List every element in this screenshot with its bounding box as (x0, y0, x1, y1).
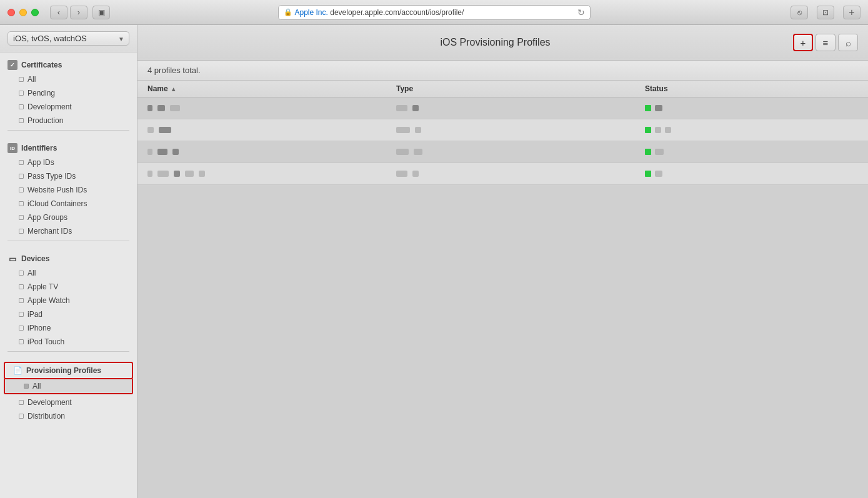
item-dot (19, 229, 24, 234)
sidebar-item-label: All (27, 75, 36, 84)
sidebar-item-label: Apple TV (27, 282, 58, 291)
section-identifiers: ID Identifiers App IDs Pass Type IDs Web… (0, 136, 137, 246)
col-header-name[interactable]: Name ▲ (147, 84, 396, 93)
item-dot (19, 271, 24, 276)
sidebar-item-apple-tv[interactable]: Apple TV (0, 280, 137, 294)
provisioning-profiles-label: Provisioning Profiles (26, 366, 101, 375)
status-text-block (665, 127, 671, 133)
nav-buttons: ‹ › (50, 6, 87, 19)
provisioning-profiles-icon: 📄 (12, 366, 22, 376)
platform-select-wrapper: iOS, tvOS, watchOS macOS tvOS ▼ (7, 31, 129, 46)
sidebar-item-label: App IDs (27, 158, 54, 167)
sidebar-item-website-push-ids[interactable]: Website Push IDs (0, 183, 137, 197)
sidebar-item-label: iPad (27, 310, 42, 319)
table-row[interactable] (137, 97, 868, 119)
item-dot (19, 298, 24, 303)
section-certificates: ✓ Certificates All Pending Development P… (0, 52, 137, 136)
sidebar-item-profiles-development[interactable]: Development (0, 396, 137, 409)
close-button[interactable] (7, 9, 15, 16)
url-bar[interactable]: 🔒 Apple Inc. developer.apple.com/account… (278, 5, 591, 20)
item-dot (19, 187, 24, 192)
certificates-label: Certificates (21, 61, 62, 69)
row-type (396, 168, 645, 179)
col-status-label: Status (645, 84, 668, 93)
col-header-status[interactable]: Status (645, 84, 858, 93)
name-block (199, 171, 205, 177)
sidebar-item-pass-type-ids[interactable]: Pass Type IDs (0, 169, 137, 183)
row-type (396, 124, 645, 136)
table-row[interactable] (137, 141, 868, 163)
row-name (147, 149, 396, 155)
name-block (147, 171, 152, 177)
sidebar-item-certs-development[interactable]: Development (0, 100, 137, 114)
sidebar-item-certs-all[interactable]: All (0, 72, 137, 86)
sidebar-item-certs-production[interactable]: Production (0, 114, 137, 127)
sidebar-item-devices-all[interactable]: All (0, 266, 137, 280)
titlebar-right: ⎋ ⊡ + (786, 6, 861, 19)
window-mode-button[interactable]: ▣ (92, 6, 110, 19)
sidebar: iOS, tvOS, watchOS macOS tvOS ▼ ✓ Certif… (0, 25, 137, 498)
type-block (396, 105, 407, 111)
item-dot (19, 77, 24, 82)
sidebar-item-merchant-ids[interactable]: Merchant IDs (0, 224, 137, 238)
back-button[interactable]: ‹ (50, 6, 67, 19)
platform-selector: iOS, tvOS, watchOS macOS tvOS ▼ (0, 25, 137, 52)
header-actions: + ≡ ⌕ (793, 34, 858, 51)
row-name (147, 171, 396, 177)
item-dot (19, 215, 24, 220)
main-area: iOS, tvOS, watchOS macOS tvOS ▼ ✓ Certif… (0, 25, 868, 498)
sidebar-item-app-groups[interactable]: App Groups (0, 211, 137, 224)
section-devices: ▭ Devices All Apple TV Apple Watch iPad (0, 246, 137, 357)
item-dot (19, 91, 24, 96)
status-text-block (655, 149, 664, 155)
sidebar-item-ipad[interactable]: iPad (0, 307, 137, 321)
edit-button[interactable]: ≡ (816, 34, 836, 51)
forward-button[interactable]: › (70, 6, 87, 19)
name-block (147, 127, 154, 133)
sidebar-item-iphone[interactable]: iPhone (0, 321, 137, 335)
add-profile-button[interactable]: + (793, 34, 813, 51)
search-button[interactable]: ⌕ (838, 34, 858, 51)
item-dot (19, 326, 24, 331)
minimize-button[interactable] (19, 9, 27, 16)
traffic-lights (7, 9, 39, 16)
maximize-button[interactable] (31, 9, 39, 16)
share-button[interactable]: ⎋ (791, 6, 808, 19)
sidebar-item-profiles-distribution[interactable]: Distribution (0, 409, 137, 423)
provisioning-profiles-header: 📄 Provisioning Profiles (4, 362, 133, 379)
url-text: Apple Inc. developer.apple.com/account/i… (295, 8, 464, 17)
devices-header: ▭ Devices (0, 251, 137, 266)
row-type (396, 102, 645, 114)
table-row[interactable] (137, 119, 868, 141)
sidebar-item-apple-watch[interactable]: Apple Watch (0, 294, 137, 307)
row-status (645, 149, 858, 155)
col-header-type[interactable]: Type (396, 84, 645, 93)
platform-select[interactable]: iOS, tvOS, watchOS macOS tvOS (7, 31, 129, 46)
status-indicator (645, 127, 651, 133)
new-tab-button[interactable]: + (843, 6, 861, 19)
status-indicator (645, 105, 651, 111)
divider (7, 351, 129, 352)
sidebar-item-label: Development (27, 102, 72, 111)
sidebar-item-profiles-all[interactable]: All (4, 379, 133, 394)
sidebar-item-icloud-containers[interactable]: iCloud Containers (0, 197, 137, 211)
item-dot (19, 118, 24, 123)
item-dot (19, 104, 24, 109)
sidebar-item-label: iCloud Containers (27, 199, 87, 208)
sidebar-item-label: iPhone (27, 324, 51, 332)
name-block (157, 171, 169, 177)
sidebar-item-certs-pending[interactable]: Pending (0, 86, 137, 100)
reload-icon[interactable]: ↻ (577, 7, 585, 17)
type-block (414, 149, 422, 155)
sidebar-item-label: Development (27, 398, 72, 407)
table-row[interactable] (137, 163, 868, 185)
name-block (157, 105, 165, 111)
sidebar-item-app-ids[interactable]: App IDs (0, 156, 137, 169)
divider (7, 130, 129, 131)
content-area: iOS Provisioning Profiles + ≡ ⌕ 4 profil… (137, 25, 868, 498)
name-block (147, 105, 152, 111)
sidebar-item-ipod-touch[interactable]: iPod Touch (0, 335, 137, 349)
table-header: Name ▲ Type Status (137, 81, 868, 97)
arrange-button[interactable]: ⊡ (817, 6, 834, 19)
row-status (645, 105, 858, 111)
